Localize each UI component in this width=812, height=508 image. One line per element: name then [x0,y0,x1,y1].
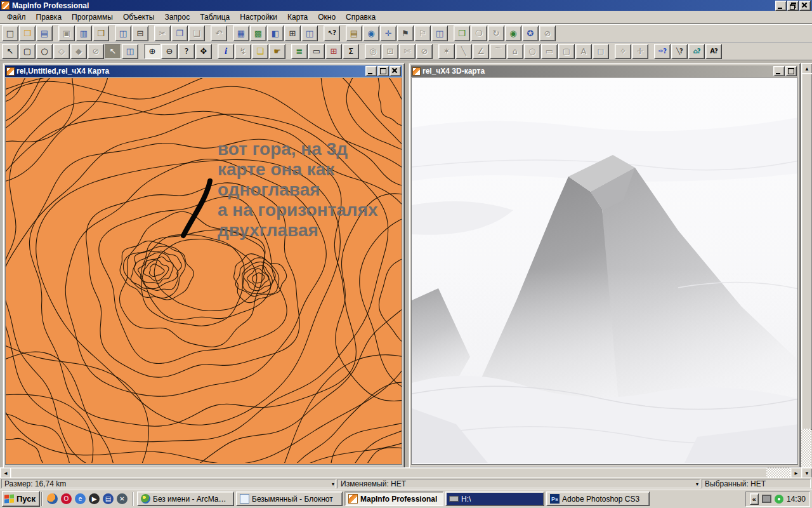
pan-button[interactable]: ✥ [195,44,212,59]
antivirus-icon[interactable] [775,495,783,504]
new-dbms-table-button[interactable]: ✛ [380,25,396,41]
menu-edit[interactable]: Правка [31,11,67,23]
set-target-district-button: ◎ [365,44,381,59]
start-button[interactable]: Пуск [2,491,40,507]
new-grapher-button[interactable]: ◧ [267,25,284,41]
label-tool-button[interactable]: ❏ [252,44,268,59]
new-browser-button[interactable]: ▦ [233,25,249,41]
x-tool-icon[interactable]: ✕ [117,493,128,504]
save-copy-as-button[interactable]: ❒ [93,25,109,41]
horizontal-scrollbar[interactable] [0,467,801,478]
view3d-canvas[interactable] [411,77,798,465]
map-window-titlebar[interactable]: rel,Untitled,rel_чХ4 Карта [5,65,402,77]
open-table-button[interactable]: ❒ [19,25,36,41]
new-redistricter-button[interactable]: ◫ [301,25,318,41]
menu-help[interactable]: Справка [341,11,381,23]
blue-messenger-icon[interactable]: e [75,493,86,504]
map-close-button[interactable] [390,66,401,76]
view3d-minimize-button[interactable] [773,66,785,76]
open-web-service-button[interactable]: ◉ [363,25,379,41]
marquee-select-button[interactable]: ▢ [19,44,36,59]
text-query-button[interactable]: A? [705,44,722,59]
save-workspace-button[interactable]: ▥ [75,25,92,41]
horizontal-scroll-track[interactable] [766,467,790,478]
info-tool-button[interactable]: i [218,44,234,59]
geocode-server-button[interactable]: ⚑ [397,25,414,41]
app-titlebar[interactable]: MapInfo Professional [0,0,812,11]
status-editable-panel[interactable]: Изменяемый: НЕТ [337,479,700,488]
statistics-button[interactable]: Σ [343,44,359,59]
line-query-icon: ╲? [676,48,683,55]
line-query-button[interactable]: ╲? [671,44,688,59]
firefox-icon[interactable] [47,493,58,504]
rounded-rect-tool-icon: ▢ [563,47,570,55]
opera-icon[interactable]: O [61,493,72,504]
map-canvas[interactable]: вот гора, на 3дкарте она какодноглаваяа … [5,77,402,465]
help-pointer-button[interactable]: ↖? [324,25,340,41]
monitor-icon[interactable] [762,495,771,503]
window-pick-button[interactable]: ◫ [431,25,448,41]
new-table-button[interactable]: □ [2,25,18,41]
minimize-button[interactable] [775,1,787,11]
print-window-button[interactable]: ⊟ [132,25,148,41]
menu-window[interactable]: Окно [313,11,341,23]
vertical-scrollbar[interactable] [801,63,812,478]
task-drive[interactable]: H:\ [445,491,544,506]
new-mapper-icon: ▩ [254,29,262,37]
system-tray: « 14:30 [745,491,810,507]
menu-options[interactable]: Настройки [235,11,282,23]
open-dbms-table-button[interactable]: ▤ [346,25,362,41]
graph-select-button[interactable]: ↖ [105,44,121,59]
frame-select-button[interactable]: ◫ [122,44,138,59]
web-table-button[interactable]: ◉ [505,25,521,41]
show-legend-button[interactable]: ⊞ [325,44,342,59]
web-pin-button[interactable]: ✪ [522,25,539,41]
point-query-button[interactable]: ✑? [654,44,671,59]
zoom-query-icon: ? [185,47,189,55]
routing-tool-icon: ⚐ [419,29,426,37]
status-editable-dropdown-icon[interactable] [696,479,698,489]
media-player-icon[interactable]: ▶ [89,493,100,504]
open-workspace-button[interactable]: ▤ [36,25,53,41]
map-maximize-button[interactable] [377,66,389,76]
vertical-scroll-track[interactable] [801,429,811,467]
menu-objects[interactable]: Объекты [118,11,160,23]
task-mapinfo[interactable]: MapInfo Professional [344,491,443,506]
new-layout-button[interactable]: ⊞ [284,25,301,41]
restore-button[interactable] [787,1,799,11]
floppy-save-icon[interactable]: ▤ [103,493,114,504]
status-selection-panel[interactable]: Выбранный: НЕТ [702,479,811,488]
new-mapper-button[interactable]: ▩ [250,25,266,41]
task-photoshop[interactable]: PsAdobe Photoshop CS3 [546,491,650,506]
open-hotfolder-button[interactable]: ❒ [454,25,470,41]
menu-table[interactable]: Таблица [195,11,235,23]
menu-file[interactable]: Файл [2,11,31,23]
new-report-window-button[interactable]: ◫ [115,25,131,41]
zoom-in-button[interactable]: ⊕ [144,44,160,59]
undo-button: ↶ [211,25,227,41]
layer-control-button[interactable]: ≣ [291,44,308,59]
drive-icon [449,496,459,502]
task-notepad[interactable]: Безымянный - Блокнот [236,491,343,506]
tray-chevron-button[interactable]: « [750,493,759,505]
view3d-maximize-button[interactable] [785,66,797,76]
drag-map-window-button[interactable]: ☛ [269,44,285,59]
status-zoom-dropdown-icon[interactable] [332,479,334,489]
zoom-query-button[interactable]: ? [178,44,195,59]
select-group: ↖▢○◇◆⊘↖◫ [2,44,139,59]
view3d-window-titlebar[interactable]: rel_чХ4 3D-карта [411,65,798,77]
close-button[interactable] [799,1,811,11]
ruler-button[interactable]: ▭ [308,44,325,59]
menu-map[interactable]: Карта [282,11,313,23]
select-button[interactable]: ↖ [2,44,18,59]
radius-select-button[interactable]: ○ [36,44,53,59]
vertical-scroll-thumb[interactable] [801,73,812,430]
task-arcmap[interactable]: Без имени - ArcMap - Ar... [137,491,234,506]
status-zoom-panel[interactable]: Размер: 16,74 km [1,479,336,488]
map-minimize-button[interactable] [365,66,377,76]
menu-query[interactable]: Запрос [159,11,195,23]
region-query-button[interactable]: ⌂? [688,44,705,59]
menu-programs[interactable]: Программы [67,11,118,23]
zoom-out-button[interactable]: ⊖ [161,44,178,59]
copy-button[interactable]: ❐ [171,25,188,41]
